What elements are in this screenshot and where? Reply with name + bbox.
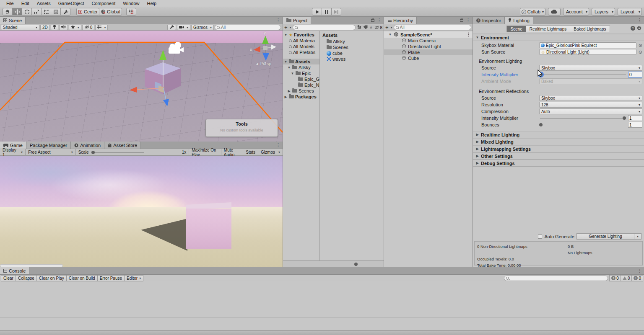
subtab-realtime-lightmaps[interactable]: Realtime Lightmaps (526, 26, 570, 32)
skybox-material-field[interactable]: Epic_GloriousPink Equirect (539, 42, 636, 48)
game-menu-icon[interactable]: ⋮ (276, 142, 280, 148)
tree-assets[interactable]: ▼Assets (283, 59, 319, 64)
scene-menu-icon[interactable]: ⋮ (276, 18, 280, 23)
generate-lighting-dropdown[interactable]: ▾ (634, 233, 641, 240)
hierarchy-item-cube[interactable]: Cube (384, 55, 473, 61)
scale-slider[interactable] (91, 149, 145, 155)
console-search-input[interactable] (510, 276, 606, 281)
hierarchy-search[interactable] (394, 25, 471, 30)
intensity-multiplier-slider[interactable] (539, 72, 627, 77)
gear-icon[interactable] (637, 26, 641, 31)
tree-all-prefabs[interactable]: All Prefabs (283, 49, 319, 55)
project-search[interactable] (293, 25, 356, 30)
refl-intensity-field[interactable] (628, 115, 642, 121)
warning-count-toggle[interactable]: 0 (621, 275, 632, 281)
asset-allsky[interactable]: Allsky (322, 39, 384, 44)
scale-tool-button[interactable] (31, 8, 42, 15)
error-count-toggle[interactable]: ! 0 (631, 275, 643, 281)
scene-effects-dropdown[interactable]: ▾ (69, 25, 81, 30)
play-button[interactable] (312, 8, 322, 15)
asset-zoom-slider[interactable] (354, 264, 380, 264)
menu-gameobject[interactable]: GameObject (55, 0, 88, 6)
object-picker-icon[interactable]: ⊙ (639, 50, 642, 54)
persp-label[interactable]: ◄ Persp (255, 62, 271, 66)
tree-all-materials[interactable]: All Materia (283, 38, 319, 44)
project-search-input[interactable] (299, 25, 353, 30)
env-source-dropdown[interactable]: Skybox▾ (539, 65, 642, 71)
hierarchy-item-plane[interactable]: Plane (384, 49, 473, 55)
scene-camera-dropdown[interactable]: ▾ (177, 25, 190, 30)
collapse-button[interactable]: Collapse (16, 275, 37, 281)
tab-inspector[interactable]: i Inspector (473, 17, 505, 24)
layout-dropdown[interactable]: Layout▾ (618, 8, 642, 15)
section-mixed-lighting[interactable]: ▶Mixed Lighting (473, 138, 644, 145)
hierarchy-search-input[interactable] (400, 25, 469, 30)
console-search[interactable] (504, 276, 608, 281)
hierarchy-item-main-camera[interactable]: Main Camera (384, 38, 473, 44)
tree-scenes[interactable]: ▶Scenes (283, 88, 319, 94)
bounces-field[interactable] (628, 122, 642, 128)
favorites-star-icon[interactable]: ★ (369, 25, 373, 30)
menu-help[interactable]: Help (143, 0, 160, 6)
scene-gizmos-dropdown[interactable]: Gizmos▾ (191, 25, 214, 30)
game-gizmos-dropdown[interactable]: Gizmos▾ (258, 149, 283, 156)
menu-assets[interactable]: Assets (33, 0, 55, 6)
clear-on-build-button[interactable]: Clear on Build (66, 275, 98, 281)
pivot-mode-button[interactable]: Center (76, 8, 99, 15)
type-filter-icon[interactable] (357, 25, 362, 30)
subtab-scene[interactable]: Scene (506, 26, 526, 32)
draw-mode-dropdown[interactable]: Shaded▾ (1, 25, 39, 30)
layers-dropdown[interactable]: Layers▾ (592, 8, 615, 15)
section-realtime-lighting[interactable]: ▶Realtime Lighting (473, 131, 644, 138)
section-lightmapping-settings[interactable]: ▶Lightmapping Settings (473, 145, 644, 152)
hierarchy-scene-row[interactable]: ▼ SampleScene* ⋮ (384, 31, 473, 38)
hierarchy-create-dropdown[interactable]: +▾ (385, 26, 392, 30)
editor-dropdown[interactable]: Editor▾ (124, 275, 143, 281)
scene-viewport[interactable]: y x z ◄ Persp Tools No custom tools avai… (0, 31, 283, 142)
refl-intensity-slider[interactable] (539, 115, 627, 121)
tab-console[interactable]: Console (0, 267, 29, 274)
auto-generate-checkbox[interactable] (538, 234, 542, 239)
collab-button[interactable]: ✓ Collab▾ (520, 8, 545, 15)
transform-tool-button[interactable] (51, 8, 61, 15)
cloud-button[interactable] (548, 8, 561, 15)
aspect-dropdown[interactable]: Free Aspect▾ (26, 149, 76, 156)
game-viewport[interactable] (0, 156, 283, 267)
tree-epic-n[interactable]: Epic_N (283, 82, 319, 88)
display-dropdown[interactable]: Display 1▾ (0, 149, 26, 156)
grid-snap-button[interactable] (126, 8, 136, 15)
hidden-count-toggle[interactable]: 8 (374, 25, 382, 30)
tab-package-manager[interactable]: Package Manager (26, 142, 71, 149)
step-button[interactable] (331, 8, 341, 15)
scene-lighting-toggle[interactable] (51, 25, 58, 30)
clear-button[interactable]: Clear (1, 275, 16, 281)
console-splitter[interactable] (0, 317, 644, 317)
rect-tool-button[interactable] (41, 8, 51, 15)
compression-dropdown[interactable]: Auto▾ (539, 108, 642, 114)
mute-audio-button[interactable]: Mute Audio (221, 149, 243, 156)
console-menu-icon[interactable]: ⋮ (637, 268, 642, 273)
section-debug-settings[interactable]: ▶Debug Settings (473, 160, 644, 167)
section-other-settings[interactable]: ▶Other Settings (473, 152, 644, 160)
menu-edit[interactable]: Edit (18, 0, 33, 6)
hierarchy-menu-icon[interactable]: ⋮ (466, 18, 470, 23)
game-horizontal-scrollbar[interactable] (0, 264, 63, 267)
tree-epic-g[interactable]: Epic_G (283, 76, 319, 82)
scene-tools-toggle[interactable] (167, 25, 176, 30)
hierarchy-lock-icon[interactable] (460, 18, 463, 23)
refl-source-dropdown[interactable]: Skybox▾ (539, 95, 642, 101)
stats-button[interactable]: Stats (243, 149, 258, 156)
lighting-menu-icon[interactable]: ⋮ (637, 18, 642, 23)
asset-scenes[interactable]: Scenes (322, 44, 384, 50)
scene-audio-toggle[interactable] (59, 25, 68, 30)
lock-icon[interactable] (371, 18, 374, 23)
tree-allsky[interactable]: ▼Allsky (283, 64, 319, 70)
help-icon[interactable]: ? (631, 26, 635, 31)
toggle-2d-button[interactable]: 2D (40, 25, 50, 30)
menu-component[interactable]: Component (88, 0, 119, 6)
clear-on-play-button[interactable]: Clear on Play (36, 275, 67, 281)
sun-source-field[interactable]: ☼ Directional Light (Light) (539, 49, 636, 55)
asset-cube[interactable]: cube (322, 50, 384, 56)
tab-project[interactable]: Project (283, 17, 311, 24)
hierarchy-item-directional-light[interactable]: Directional Light (384, 44, 473, 49)
